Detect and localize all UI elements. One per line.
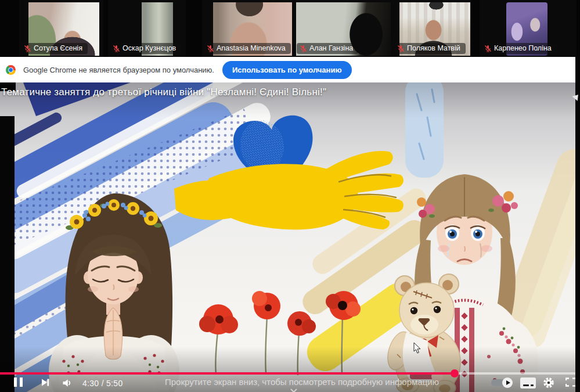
participant-name-label: Оскар Кузнєцов [110, 43, 181, 54]
participant-tile[interactable]: Карпенео Поліна [480, 0, 577, 57]
progress-bar[interactable] [0, 372, 575, 375]
next-video-button[interactable] [41, 378, 50, 387]
use-as-default-button[interactable]: Использовать по умолчанию [222, 61, 352, 79]
youtube-player[interactable]: Тематичне заняття до третьої річниці вій… [0, 82, 575, 392]
participant-name: Алан Ганзіна [309, 44, 353, 52]
video-title: Тематичне заняття до третьої річниці вій… [1, 87, 559, 98]
participant-name-label: Поляков Матвій [394, 43, 466, 54]
participant-tile[interactable]: Сотула Єсенія [19, 0, 103, 57]
settings-gear-icon[interactable] [542, 376, 555, 389]
participant-name: Anastasia Minenkova [217, 44, 286, 52]
autoplay-knob [502, 377, 513, 388]
participant-tile[interactable]: Anastasia Minenkova [202, 0, 295, 57]
autoplay-toggle[interactable] [491, 379, 511, 386]
participant-name: Карпенео Поліна [494, 44, 552, 52]
participant-tile[interactable]: Оскар Кузнєцов [108, 0, 186, 57]
chrome-default-browser-bar: Google Chrome не является браузером по у… [0, 57, 575, 82]
participant-name-label: Сотула Єсенія [21, 43, 88, 54]
subtitles-button[interactable] [520, 377, 536, 389]
miniplayer-icon[interactable] [565, 377, 575, 387]
muted-mic-icon [397, 45, 405, 52]
scroll-hint-text: Прокрутите экран вниз, чтобы посмотреть … [165, 377, 439, 387]
zoom-meeting-screenshare: Сотула Єсенія Оскар Кузнєцов Anastasia M… [0, 0, 580, 392]
participant-name-label: Алан Ганзіна [297, 43, 358, 54]
participants-strip: Сотула Єсенія Оскар Кузнєцов Anastasia M… [0, 0, 580, 57]
muted-mic-icon [113, 45, 120, 52]
chrome-bar-message: Google Chrome не является браузером по у… [23, 66, 214, 74]
muted-mic-icon [300, 45, 307, 52]
participant-name: Оскар Кузнєцов [123, 44, 176, 52]
muted-mic-icon [207, 45, 214, 52]
participant-tile[interactable]: Поляков Матвій [392, 0, 471, 57]
mouse-cursor [413, 343, 422, 355]
video-frame-illustration [0, 82, 575, 392]
participant-name-label: Карпенео Поліна [481, 43, 557, 54]
time-display: 4:30 / 5:50 [82, 379, 123, 388]
participant-name: Поляков Матвій [407, 44, 460, 52]
participant-tile[interactable]: Алан Ганзіна [295, 0, 392, 57]
progress-scrubber[interactable] [451, 369, 459, 377]
muted-mic-icon [24, 45, 31, 52]
pause-button[interactable] [14, 377, 23, 387]
right-edge-strip [575, 57, 580, 392]
volume-icon[interactable] [62, 379, 73, 387]
participant-name: Сотула Єсенія [34, 44, 82, 52]
scroll-hint-chevron-icon [290, 389, 298, 392]
muted-mic-icon [484, 45, 492, 52]
participant-name-label: Anastasia Minenkova [204, 43, 291, 54]
progress-played [0, 372, 455, 375]
chrome-logo-icon [6, 65, 16, 75]
